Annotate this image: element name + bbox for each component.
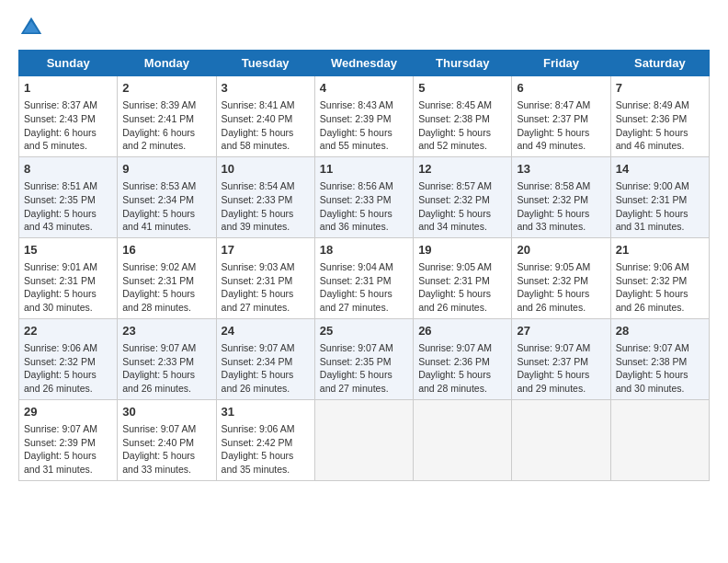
day-info-line: Sunrise: 9:07 AM <box>122 341 210 355</box>
day-number: 1 <box>24 80 112 97</box>
day-number: 7 <box>616 80 704 97</box>
day-info-line: Daylight: 5 hours <box>122 449 210 463</box>
calendar-cell <box>512 399 610 480</box>
day-info-line: Sunrise: 9:04 AM <box>320 260 408 274</box>
day-info-line: Daylight: 6 hours <box>24 126 112 140</box>
day-info-line: Sunrise: 8:54 AM <box>222 179 310 193</box>
day-info-line: Sunset: 2:31 PM <box>24 274 112 288</box>
day-info-line: Sunrise: 9:06 AM <box>222 422 310 436</box>
day-number: 20 <box>517 242 605 259</box>
col-header-monday: Monday <box>118 51 216 76</box>
col-header-saturday: Saturday <box>610 51 709 76</box>
calendar-cell: 23Sunrise: 9:07 AMSunset: 2:33 PMDayligh… <box>118 318 216 399</box>
calendar-week-row: 15Sunrise: 9:01 AMSunset: 2:31 PMDayligh… <box>19 237 710 318</box>
calendar-cell: 31Sunrise: 9:06 AMSunset: 2:42 PMDayligh… <box>216 399 314 480</box>
calendar-week-row: 29Sunrise: 9:07 AMSunset: 2:39 PMDayligh… <box>19 399 710 480</box>
col-header-sunday: Sunday <box>19 51 118 76</box>
calendar-cell: 26Sunrise: 9:07 AMSunset: 2:36 PMDayligh… <box>414 318 512 399</box>
day-info-line: Sunset: 2:31 PM <box>418 274 506 288</box>
col-header-thursday: Thursday <box>414 51 512 76</box>
calendar-cell: 11Sunrise: 8:56 AMSunset: 2:33 PMDayligh… <box>314 156 413 237</box>
day-info-line: Daylight: 5 hours <box>320 126 408 140</box>
day-number: 9 <box>122 161 210 178</box>
day-info-line: and 36 minutes. <box>320 220 408 234</box>
calendar-cell: 13Sunrise: 8:58 AMSunset: 2:32 PMDayligh… <box>512 156 610 237</box>
day-info-line: Sunset: 2:37 PM <box>517 112 605 126</box>
day-number: 13 <box>517 161 605 178</box>
calendar-week-row: 1Sunrise: 8:37 AMSunset: 2:43 PMDaylight… <box>19 76 710 157</box>
day-info-line: Sunrise: 8:49 AM <box>616 98 704 112</box>
day-info-line: and 41 minutes. <box>122 220 210 234</box>
day-info-line: Sunrise: 8:56 AM <box>320 179 408 193</box>
day-info-line: Daylight: 5 hours <box>418 368 506 382</box>
calendar-cell: 6Sunrise: 8:47 AMSunset: 2:37 PMDaylight… <box>512 76 610 157</box>
day-info-line: and 27 minutes. <box>222 301 310 315</box>
calendar-week-row: 8Sunrise: 8:51 AMSunset: 2:35 PMDaylight… <box>19 156 710 237</box>
calendar-cell: 27Sunrise: 9:07 AMSunset: 2:37 PMDayligh… <box>512 318 610 399</box>
day-info-line: Daylight: 5 hours <box>122 368 210 382</box>
day-info-line: Daylight: 5 hours <box>418 287 506 301</box>
logo-icon <box>18 15 44 40</box>
day-info-line: and 26 minutes. <box>122 382 210 396</box>
day-info-line: and 52 minutes. <box>418 139 506 153</box>
day-number: 31 <box>222 404 310 420</box>
day-info-line: Sunrise: 8:58 AM <box>517 179 605 193</box>
logo <box>18 15 48 40</box>
day-info-line: Daylight: 5 hours <box>517 126 605 140</box>
day-info-line: Sunrise: 9:06 AM <box>616 260 704 274</box>
day-info-line: Daylight: 5 hours <box>320 207 408 221</box>
day-number: 3 <box>222 80 310 97</box>
day-info-line: Sunrise: 9:05 AM <box>418 260 506 274</box>
calendar-week-row: 22Sunrise: 9:06 AMSunset: 2:32 PMDayligh… <box>19 318 710 399</box>
day-number: 16 <box>122 242 210 259</box>
day-info-line: Sunset: 2:37 PM <box>517 355 605 369</box>
day-number: 5 <box>418 80 506 97</box>
day-info-line: Daylight: 5 hours <box>122 287 210 301</box>
day-info-line: Sunrise: 9:07 AM <box>222 341 310 355</box>
day-info-line: Sunrise: 9:07 AM <box>122 422 210 436</box>
day-info-line: Sunrise: 9:07 AM <box>320 341 408 355</box>
day-info-line: Sunset: 2:39 PM <box>320 112 408 126</box>
day-info-line: Daylight: 5 hours <box>517 287 605 301</box>
day-info-line: and 55 minutes. <box>320 139 408 153</box>
day-info-line: Sunset: 2:39 PM <box>24 436 112 450</box>
day-info-line: and 31 minutes. <box>24 463 112 477</box>
day-info-line: Sunrise: 8:57 AM <box>418 179 506 193</box>
day-info-line: and 31 minutes. <box>616 220 704 234</box>
day-info-line: Sunset: 2:38 PM <box>418 112 506 126</box>
day-info-line: Daylight: 5 hours <box>24 368 112 382</box>
day-info-line: and 26 minutes. <box>418 301 506 315</box>
day-info-line: Daylight: 5 hours <box>418 207 506 221</box>
day-info-line: and 28 minutes. <box>122 301 210 315</box>
calendar-cell: 21Sunrise: 9:06 AMSunset: 2:32 PMDayligh… <box>610 237 709 318</box>
day-info-line: and 30 minutes. <box>616 382 704 396</box>
day-info-line: and 43 minutes. <box>24 220 112 234</box>
day-info-line: Sunset: 2:40 PM <box>222 112 310 126</box>
calendar-cell: 2Sunrise: 8:39 AMSunset: 2:41 PMDaylight… <box>118 76 216 157</box>
calendar-cell: 4Sunrise: 8:43 AMSunset: 2:39 PMDaylight… <box>314 76 413 157</box>
day-info-line: Sunrise: 8:53 AM <box>122 179 210 193</box>
day-info-line: and 46 minutes. <box>616 139 704 153</box>
day-number: 8 <box>24 161 112 178</box>
page-header <box>18 15 710 40</box>
day-number: 23 <box>122 323 210 339</box>
calendar-cell: 7Sunrise: 8:49 AMSunset: 2:36 PMDaylight… <box>610 76 709 157</box>
day-info-line: Sunset: 2:32 PM <box>418 193 506 207</box>
day-info-line: Sunset: 2:34 PM <box>222 355 310 369</box>
day-info-line: Daylight: 5 hours <box>418 126 506 140</box>
day-info-line: and 26 minutes. <box>222 382 310 396</box>
day-info-line: and 26 minutes. <box>616 301 704 315</box>
day-info-line: Sunset: 2:34 PM <box>122 193 210 207</box>
day-info-line: Sunset: 2:32 PM <box>517 274 605 288</box>
calendar-cell: 17Sunrise: 9:03 AMSunset: 2:31 PMDayligh… <box>216 237 314 318</box>
day-info-line: Sunset: 2:32 PM <box>24 355 112 369</box>
day-info-line: Daylight: 5 hours <box>320 287 408 301</box>
day-info-line: Sunset: 2:42 PM <box>222 436 310 450</box>
day-info-line: Sunset: 2:31 PM <box>616 193 704 207</box>
calendar-cell: 16Sunrise: 9:02 AMSunset: 2:31 PMDayligh… <box>118 237 216 318</box>
calendar-cell <box>314 399 413 480</box>
day-info-line: Sunrise: 9:02 AM <box>122 260 210 274</box>
calendar-cell: 24Sunrise: 9:07 AMSunset: 2:34 PMDayligh… <box>216 318 314 399</box>
calendar-cell: 12Sunrise: 8:57 AMSunset: 2:32 PMDayligh… <box>414 156 512 237</box>
day-info-line: Sunrise: 8:47 AM <box>517 98 605 112</box>
